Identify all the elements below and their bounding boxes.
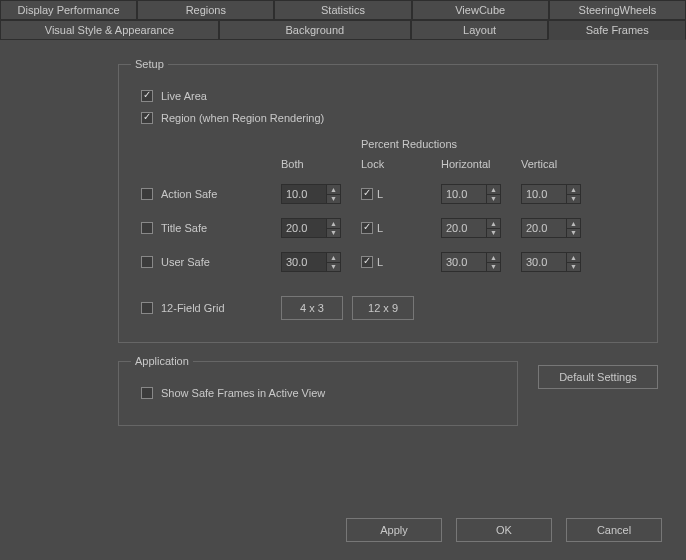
live-area-label: Live Area	[161, 90, 207, 102]
show-safe-frames-checkbox[interactable]	[141, 387, 153, 399]
title-safe-horizontal-up: ▲	[487, 219, 500, 229]
tab-statistics[interactable]: Statistics	[274, 0, 411, 20]
12-field-grid-checkbox[interactable]	[141, 302, 153, 314]
title-safe-horizontal-input	[442, 219, 486, 237]
tab-steeringwheels[interactable]: SteeringWheels	[549, 0, 686, 20]
action-safe-vertical-down: ▼	[567, 195, 580, 204]
action-safe-vertical-spinner: ▲▼	[521, 184, 581, 204]
user-safe-checkbox[interactable]	[141, 256, 153, 268]
title-safe-horizontal-spinner: ▲▼	[441, 218, 501, 238]
tab-regions[interactable]: Regions	[137, 0, 274, 20]
title-safe-horizontal-down: ▼	[487, 229, 500, 238]
user-safe-horizontal-down: ▼	[487, 263, 500, 272]
grid-12x9-button[interactable]: 12 x 9	[352, 296, 414, 320]
user-safe-label: User Safe	[161, 256, 210, 268]
title-safe-vertical-down: ▼	[567, 229, 580, 238]
user-safe-both-input[interactable]	[282, 253, 326, 271]
user-safe-vertical-up: ▲	[567, 253, 580, 263]
title-safe-vertical-input	[522, 219, 566, 237]
tab-visual-style[interactable]: Visual Style & Appearance	[0, 20, 219, 40]
ok-button[interactable]: OK	[456, 518, 552, 542]
user-safe-lock-checkbox[interactable]	[361, 256, 373, 268]
user-safe-row: User Safe▲▼L▲▼▲▼	[141, 252, 645, 272]
col-lock: Lock	[361, 158, 431, 170]
title-safe-lock-checkbox[interactable]	[361, 222, 373, 234]
title-safe-label: Title Safe	[161, 222, 207, 234]
user-safe-vertical-down: ▼	[567, 263, 580, 272]
apply-button[interactable]: Apply	[346, 518, 442, 542]
tab-viewcube[interactable]: ViewCube	[412, 0, 549, 20]
cancel-button[interactable]: Cancel	[566, 518, 662, 542]
action-safe-checkbox[interactable]	[141, 188, 153, 200]
col-both: Both	[281, 158, 351, 170]
user-safe-vertical-input	[522, 253, 566, 271]
title-safe-vertical-up: ▲	[567, 219, 580, 229]
user-safe-both-down[interactable]: ▼	[327, 263, 340, 272]
action-safe-both-input[interactable]	[282, 185, 326, 203]
12-field-grid-label: 12-Field Grid	[161, 302, 225, 314]
action-safe-both-down[interactable]: ▼	[327, 195, 340, 204]
action-safe-row: Action Safe▲▼L▲▼▲▼	[141, 184, 645, 204]
col-horizontal: Horizontal	[441, 158, 511, 170]
tab-safe-frames[interactable]: Safe Frames	[548, 20, 686, 40]
title-safe-both-input[interactable]	[282, 219, 326, 237]
user-safe-horizontal-spinner: ▲▼	[441, 252, 501, 272]
footer: Apply OK Cancel	[0, 518, 686, 542]
user-safe-vertical-spinner: ▲▼	[521, 252, 581, 272]
title-safe-checkbox[interactable]	[141, 222, 153, 234]
tab-row-2: Visual Style & Appearance Background Lay…	[0, 20, 686, 40]
title-safe-vertical-spinner: ▲▼	[521, 218, 581, 238]
tab-layout[interactable]: Layout	[411, 20, 549, 40]
tab-display-performance[interactable]: Display Performance	[0, 0, 137, 20]
user-safe-both-up[interactable]: ▲	[327, 253, 340, 263]
action-safe-lock-label: L	[377, 188, 383, 200]
user-safe-horizontal-up: ▲	[487, 253, 500, 263]
title-safe-both-spinner[interactable]: ▲▼	[281, 218, 341, 238]
title-safe-both-up[interactable]: ▲	[327, 219, 340, 229]
action-safe-vertical-input	[522, 185, 566, 203]
grid-4x3-button[interactable]: 4 x 3	[281, 296, 343, 320]
setup-group: Setup Live Area Region (when Region Rend…	[118, 58, 658, 343]
action-safe-horizontal-spinner: ▲▼	[441, 184, 501, 204]
action-safe-label: Action Safe	[161, 188, 217, 200]
title-safe-row: Title Safe▲▼L▲▼▲▼	[141, 218, 645, 238]
percent-reductions-label: Percent Reductions	[361, 138, 591, 150]
action-safe-horizontal-input	[442, 185, 486, 203]
action-safe-horizontal-down: ▼	[487, 195, 500, 204]
action-safe-both-spinner[interactable]: ▲▼	[281, 184, 341, 204]
region-checkbox[interactable]	[141, 112, 153, 124]
tab-background[interactable]: Background	[219, 20, 411, 40]
region-label: Region (when Region Rendering)	[161, 112, 324, 124]
action-safe-both-up[interactable]: ▲	[327, 185, 340, 195]
title-safe-both-down[interactable]: ▼	[327, 229, 340, 238]
setup-legend: Setup	[131, 58, 168, 70]
col-vertical: Vertical	[521, 158, 591, 170]
application-legend: Application	[131, 355, 193, 367]
user-safe-both-spinner[interactable]: ▲▼	[281, 252, 341, 272]
tab-row-1: Display Performance Regions Statistics V…	[0, 0, 686, 20]
default-settings-button[interactable]: Default Settings	[538, 365, 658, 389]
live-area-checkbox[interactable]	[141, 90, 153, 102]
user-safe-lock-label: L	[377, 256, 383, 268]
action-safe-lock-checkbox[interactable]	[361, 188, 373, 200]
application-group: Application Show Safe Frames in Active V…	[118, 355, 518, 426]
action-safe-horizontal-up: ▲	[487, 185, 500, 195]
show-safe-frames-label: Show Safe Frames in Active View	[161, 387, 325, 399]
title-safe-lock-label: L	[377, 222, 383, 234]
action-safe-vertical-up: ▲	[567, 185, 580, 195]
user-safe-horizontal-input	[442, 253, 486, 271]
